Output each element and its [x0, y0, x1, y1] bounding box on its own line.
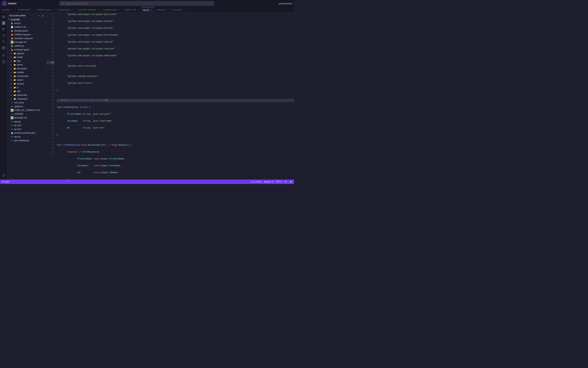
tab-label: Launcher	[2, 9, 10, 11]
file-item-license[interactable]: GO LICENSE	[7, 112, 46, 116]
tab-close-terminal-3[interactable]: ×	[183, 9, 186, 11]
file-label: README.md	[14, 117, 45, 119]
folder-chevron-icon: ▶	[11, 98, 13, 100]
tab-launcher[interactable]: Launcher ×	[0, 7, 16, 13]
folder-item-kernel[interactable]: ▶ 📁 kernel	[7, 63, 46, 67]
git-branch-status: main	[2, 181, 9, 183]
file-item-gitignore[interactable]: ◆ .gitignore	[7, 105, 46, 108]
svg-rect-4	[2, 16, 5, 16]
indent-spaces: Spaces: 2	[264, 181, 273, 183]
tab-terminal-3[interactable]: Terminal 3 ×	[171, 7, 188, 13]
activity-kernel[interactable]	[1, 39, 6, 44]
folder-icon: 📁	[13, 71, 16, 74]
activity-explorer[interactable]	[1, 20, 6, 26]
go-icon: GO	[11, 124, 13, 127]
go-icon: GO	[11, 128, 13, 130]
py-icon: 🐍	[11, 22, 13, 25]
folder-label: health	[17, 56, 45, 58]
file-item-untitled-py[interactable]: 🐍 untitled.py	[7, 44, 46, 48]
svg-rect-21	[2, 48, 3, 49]
folder-label: utils	[17, 90, 45, 92]
tab-close-untitled-py[interactable]: ×	[167, 9, 169, 11]
tab-label: example2 copy.json	[78, 9, 96, 11]
folder-item-screenshots[interactable]: ▶ 📁 screenshots	[7, 74, 46, 78]
folder-item-session[interactable]: ▶ 📁 session	[7, 82, 46, 86]
file-label: spa.go	[14, 136, 45, 138]
file-item-kernel-connection[interactable]: ⬤ kernelConnection.json	[7, 131, 46, 135]
file-label: .DS_Store	[14, 101, 45, 104]
search-bar[interactable]	[59, 1, 214, 6]
file-item-spa-go[interactable]: GO spa.go	[7, 135, 46, 138]
tab-label: untitled.py	[156, 9, 166, 11]
folder-chevron-icon: ▶	[11, 72, 13, 73]
file-item-code-of-conduct[interactable]: M↓ CODE_OF_CONDUCT.md	[7, 108, 46, 112]
activity-help[interactable]: ?	[1, 173, 6, 178]
tab-untitled1-ipynb[interactable]: Untitled1.ipynb ×	[35, 7, 56, 13]
activity-todo[interactable]	[1, 59, 6, 64]
tab-untitled-py[interactable]: untitled.py ×	[154, 7, 171, 13]
tab-example-ipynb[interactable]: example.ipynb ×	[56, 7, 76, 13]
editor-content[interactable]: 1819202122 2324252627 2829303132 3334353…	[46, 13, 294, 180]
new-folder-button[interactable]: ⊡	[41, 14, 44, 17]
folder-label: models	[17, 71, 45, 74]
activity-extensions[interactable]	[1, 45, 6, 51]
tab-close-app-go[interactable]: ×	[150, 9, 153, 11]
file-item-untitled-json[interactable]: ⬤ Untitled copy.json	[7, 33, 46, 37]
folder-icon: 📁	[13, 90, 16, 93]
file-item-example2-ipynb[interactable]: 🐍 example2.ipynb	[7, 48, 46, 52]
file-item-untitled-txt[interactable]: 📄 untitled-1.txt	[7, 25, 46, 29]
folder-item-health[interactable]: ▶ 📁 health	[7, 55, 46, 59]
tab-close-example[interactable]: ×	[72, 9, 74, 11]
file-item-readme[interactable]: M↓ README.md	[7, 116, 46, 120]
folder-icon: 📁	[13, 94, 16, 96]
svg-rect-7	[2, 22, 3, 23]
activity-menu[interactable]	[1, 14, 6, 20]
file-item-go-sum[interactable]: GO go.sum	[7, 127, 46, 131]
folder-item-utils[interactable]: ▶ 📁 utils	[7, 89, 46, 93]
file-item-test-py[interactable]: 🐍 test.py	[7, 21, 46, 25]
file-item-spa-webapp-go[interactable]: GO spa_webapp.go	[7, 138, 46, 142]
file-label: kernelConnection.json	[14, 132, 45, 134]
folder-label: search	[17, 79, 45, 81]
svg-rect-19	[2, 46, 3, 48]
folder-item-ui[interactable]: ▶ 📁 ui	[7, 86, 46, 89]
tab-untitled-ipynb[interactable]: Untitled.ipynb ×	[16, 7, 35, 13]
tab-close-example2-copy[interactable]: ×	[97, 9, 100, 11]
folder-item-websocket[interactable]: ▶ 📁 websocket	[7, 93, 46, 97]
tab-close-example2[interactable]: ×	[119, 9, 121, 11]
activity-settings[interactable]	[1, 53, 6, 58]
tab-example2-ipynb[interactable]: example2.ipynb ×	[101, 7, 123, 13]
code-editor[interactable]: "github.com/zasper-io/zasper/gitclient" …	[55, 13, 294, 180]
folder-item-http[interactable]: ▶ 📁 http	[7, 59, 46, 63]
sidebar-root-item[interactable]: ▶ ZASPER	[7, 18, 46, 21]
file-item-example2-copy-json[interactable]: ⬤ example2 copy.json	[7, 37, 46, 40]
new-file-button[interactable]: +	[37, 14, 40, 17]
tab-close-launcher[interactable]: ×	[11, 9, 14, 11]
tab-close-untitled-txt[interactable]: ×	[137, 9, 139, 11]
activity-search[interactable]	[1, 33, 6, 38]
folder-item-search[interactable]: ▶ 📁 search	[7, 78, 46, 82]
svg-point-13	[4, 28, 5, 29]
svg-point-17	[3, 41, 4, 42]
activity-git[interactable]	[1, 27, 6, 32]
file-item-app-go[interactable]: GO app.go	[7, 120, 46, 123]
file-item-example-ipynb[interactable]: 🐍 example.ipynb	[7, 29, 46, 33]
file-item-ds-store[interactable]: □ .DS_Store	[7, 101, 46, 105]
tab-example2-copy-json[interactable]: example2 copy.json ×	[76, 7, 101, 13]
tab-close-untitled[interactable]: ×	[31, 9, 33, 11]
folder-chevron-icon: ▶	[11, 83, 13, 85]
search-input[interactable]	[65, 2, 212, 5]
folder-item-models[interactable]: ▶ 📁 models	[7, 71, 46, 74]
file-item-message-md[interactable]: M↓ message.md	[7, 40, 46, 44]
folder-item-gitclient[interactable]: ▶ 📁 gitclient	[7, 52, 46, 55]
folder-item-kernelspec[interactable]: ▶ 📁 kernelspec	[7, 67, 46, 71]
file-item-go-mod[interactable]: GO go.mod	[7, 123, 46, 127]
folder-label: websocket	[17, 94, 45, 96]
tab-untitled-txt[interactable]: untitled-1.txt ×	[123, 7, 141, 13]
tab-label: app.go	[143, 9, 149, 11]
zasper-logo-icon	[2, 1, 7, 6]
folder-item-zmqstream[interactable]: ▶ 📁 zmqstream	[7, 97, 46, 101]
tab-close-untitled1[interactable]: ×	[52, 9, 54, 11]
folder-chevron-icon: ▶	[11, 60, 13, 62]
tab-app-go[interactable]: app.go ×	[141, 7, 154, 13]
